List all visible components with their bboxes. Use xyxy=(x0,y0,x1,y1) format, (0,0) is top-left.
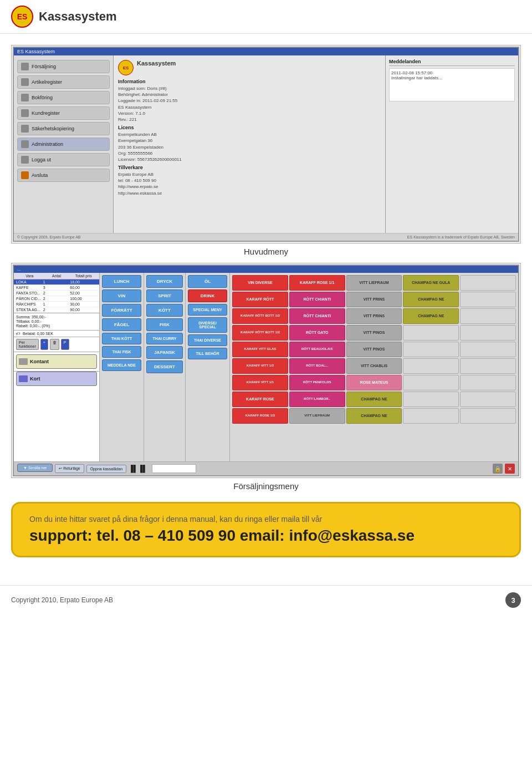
cat-drink[interactable]: DRINK xyxy=(188,289,227,302)
kort-button[interactable]: Kort xyxy=(16,372,97,386)
receipt-row[interactable]: LOKA 1 18,00 xyxy=(14,280,99,285)
sidebar-item-sakerhetskopiering[interactable]: Säkerhetskopiering xyxy=(17,122,110,135)
product-empty1 xyxy=(460,275,516,291)
window-titlebar: ES Kassasystem xyxy=(14,48,518,55)
cat-dryck[interactable]: DRYCK xyxy=(146,275,183,288)
kontant-icon xyxy=(19,358,28,365)
product-vitt-prins1[interactable]: VITT PRINS xyxy=(346,292,402,307)
product-rose-mateus[interactable]: ROSE MATEUS xyxy=(346,375,402,390)
receipt-row[interactable]: RÄKCHIPS 1 30,00 xyxy=(14,302,99,307)
product-empty9 xyxy=(460,358,516,374)
ks-sidebar: Försäljning Artikelregister Bokföring Ku… xyxy=(14,55,114,233)
cat-thai-kott[interactable]: THAI KÖTT xyxy=(102,333,141,344)
cat-thai-curry[interactable]: THAI CURRY xyxy=(146,333,183,344)
product-karaff-vitt-11[interactable]: KARAFF VITT 1/1 xyxy=(232,375,288,390)
tillverkare-title: Tillverkare xyxy=(118,165,381,170)
product-empty6 xyxy=(403,342,459,357)
cat-diverse-special[interactable]: DIVERSE/ SPECIAL xyxy=(188,317,227,333)
receipt-row[interactable]: KAFFE 3 60,00 xyxy=(14,285,99,291)
admin-icon xyxy=(21,140,29,148)
sidebar-item-artikelregister[interactable]: Artikelregister xyxy=(17,75,110,89)
sidebar-item-administration[interactable]: Administration xyxy=(17,138,110,151)
park-btn[interactable]: P xyxy=(61,339,69,350)
sidebar-item-bokforing[interactable]: Bokföring xyxy=(17,91,110,104)
product-rott-boal[interactable]: RÖTT BOAL... xyxy=(289,358,345,374)
add-btn[interactable]: + xyxy=(40,339,48,350)
product-vitt-liefraum2[interactable]: VITT LIEFRAUM xyxy=(289,408,345,424)
receipt-header: Vara Antal Totalt pris xyxy=(14,273,99,280)
barcode-icon: ▐▌▐▌ xyxy=(129,465,147,473)
product-empty13 xyxy=(460,392,516,407)
product-karaff-rose-1-1[interactable]: KARAFF ROSE 1/1 xyxy=(289,275,345,291)
product-rott-beaujolais[interactable]: RÖTT BEAUJOLAIS xyxy=(289,342,345,357)
oppna-kassaladan-button[interactable]: Öppna kassalådan xyxy=(86,465,126,473)
product-rott-lambr[interactable]: RÖTT LAMBOR.. xyxy=(289,392,345,407)
cat-till-behor[interactable]: TILL BEHÖR xyxy=(188,348,227,359)
product-karaff-vitt-12[interactable]: KARAFF VITT 1/2 xyxy=(232,358,288,374)
page-footer: Copyright 2010, Erpato Europe AB 3 xyxy=(0,585,532,614)
cat-fisk[interactable]: FISK xyxy=(146,318,183,331)
lock-button[interactable]: 🔒 xyxy=(493,464,503,474)
returlage-button[interactable]: ↩ Returläge xyxy=(55,464,84,473)
product-vitt-pinos1[interactable]: VITT PINOS xyxy=(346,325,402,341)
cart-icon xyxy=(21,63,29,70)
tillverkare-content: Erpato Europe AB tel: 08 - 410 509 90 ht… xyxy=(118,171,381,196)
product-rott-gato[interactable]: RÖTT GATO xyxy=(289,325,345,341)
pos-window: ... Vara Antal Totalt pris LOKA 1 18,00 xyxy=(13,265,519,476)
cat-meddelande[interactable]: MEDDELA NDE xyxy=(102,359,141,371)
barcode-input[interactable] xyxy=(152,464,196,473)
sidebar-item-avsluta[interactable]: Avsluta xyxy=(17,169,110,182)
info-title: Information xyxy=(118,79,381,84)
sidebar-item-forsaljning[interactable]: Försäljning xyxy=(17,60,110,73)
product-champagne-ne4[interactable]: CHAMPAG NE xyxy=(346,408,402,424)
product-karaff-rose[interactable]: KARAFF ROSE xyxy=(232,392,288,407)
sidebar-item-kundregister[interactable]: Kundregister xyxy=(17,106,110,120)
cat-special-meny[interactable]: SPECIAL MENY xyxy=(188,304,227,316)
ks-logo: ES xyxy=(118,60,134,75)
product-karaff-rott-bott-12a[interactable]: KARAFF RÖTT BOTT 1/2 xyxy=(232,308,288,324)
receipt-row[interactable]: STEKTA AG... 2 90,00 xyxy=(14,307,99,313)
cat-vin[interactable]: VIN xyxy=(102,289,141,302)
product-karaff-rott-bott-12b[interactable]: KARAFF RÖTT BOTT 1/2 xyxy=(232,325,288,341)
cat-dessert[interactable]: DESSERT xyxy=(146,360,183,373)
product-karaff-rott[interactable]: KARAFF RÖTT xyxy=(232,292,288,307)
product-champagne-ne-gula[interactable]: CHAMPAG NE GULA xyxy=(403,275,459,291)
cat-forratt[interactable]: FÖRRÄTT xyxy=(102,304,141,317)
product-vitt-liefraum[interactable]: VITT LIEFRAUM xyxy=(346,275,402,291)
product-champagne-ne3[interactable]: CHAMPAG NE xyxy=(346,392,402,407)
product-empty14 xyxy=(403,408,459,424)
product-rott-penfolds[interactable]: RÖTT PENFOLDS xyxy=(289,375,345,390)
product-champagne-ne1[interactable]: CHAMPAG NE xyxy=(403,292,459,307)
product-champagne-ne2[interactable]: CHAMPAG NE xyxy=(403,308,459,324)
cat-japansk[interactable]: JAPANSK xyxy=(146,346,183,359)
product-grid: VIN DIVERSE KARAFF ROSE 1/1 VITT LIEFRAU… xyxy=(230,273,518,461)
pos-titlebar: ... xyxy=(14,266,518,273)
scrolla-ner-button[interactable]: ▼ Scrolla ner xyxy=(17,464,53,472)
exit-button[interactable]: ✕ xyxy=(505,464,515,474)
product-vitt-pinos2[interactable]: VITT PINOS xyxy=(346,342,402,357)
product-vitt-chablis[interactable]: VITT CHABLIS xyxy=(346,358,402,374)
product-rott-chianti1[interactable]: RÖTT CHIANTI xyxy=(289,292,345,307)
cat-thai-fisk[interactable]: THAI FISK xyxy=(102,346,141,358)
cat-ol[interactable]: ÖL xyxy=(188,275,227,288)
product-vitt-prins2[interactable]: VITT PRINS xyxy=(346,308,402,324)
cat-kott[interactable]: KÖTT xyxy=(146,304,183,317)
receipt-row[interactable]: FANTA STO... 2 52,00 xyxy=(14,291,99,296)
product-karaff-rose-12[interactable]: KARAFF ROSE 1/2 xyxy=(232,408,288,424)
product-vin-diverse[interactable]: VIN DIVERSE xyxy=(232,275,288,291)
product-karaff-vitt-glas[interactable]: KARAFF VITT GLAS xyxy=(232,342,288,357)
list-icon xyxy=(21,78,29,86)
trash-btn[interactable]: 🗑 xyxy=(50,339,59,350)
per-funktioner-btn[interactable]: Perfunktioner xyxy=(16,339,39,350)
window-body: Försäljning Artikelregister Bokföring Ku… xyxy=(14,55,518,233)
cat-sprit[interactable]: SPRIT xyxy=(146,289,183,302)
cat-fagel[interactable]: FÅGEL xyxy=(102,318,141,331)
sidebar-item-logga-ut[interactable]: Logga ut xyxy=(17,153,110,166)
category-col1: LUNCH VIN FÖRRÄTT FÅGEL THAI KÖTT THAI F… xyxy=(100,273,144,461)
receipt-row[interactable]: PÄRON CID... 2 100,00 xyxy=(14,296,99,302)
kontant-button[interactable]: Kontant xyxy=(16,354,97,369)
product-rott-chianti2[interactable]: RÖTT CHIANTI xyxy=(289,308,345,324)
cat-lunch[interactable]: LUNCH xyxy=(102,275,141,288)
shield-icon xyxy=(21,125,29,133)
cat-thai-diverse[interactable]: THAI DIVERSE xyxy=(188,334,227,346)
